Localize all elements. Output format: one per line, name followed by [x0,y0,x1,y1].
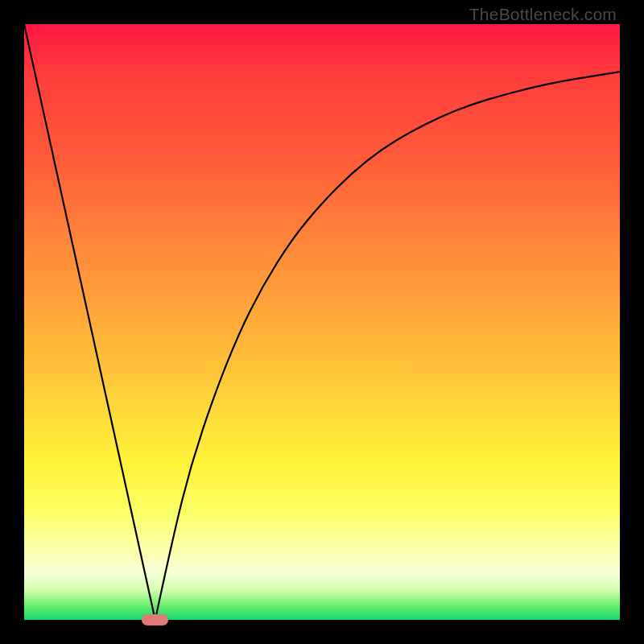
plot-area [24,24,620,620]
curve-svg [24,24,620,620]
curve-left [24,24,155,620]
curve-right [155,72,620,620]
watermark-text: TheBottleneck.com [469,5,617,24]
chart-frame: TheBottleneck.com [0,0,644,644]
optimal-marker [142,614,168,625]
